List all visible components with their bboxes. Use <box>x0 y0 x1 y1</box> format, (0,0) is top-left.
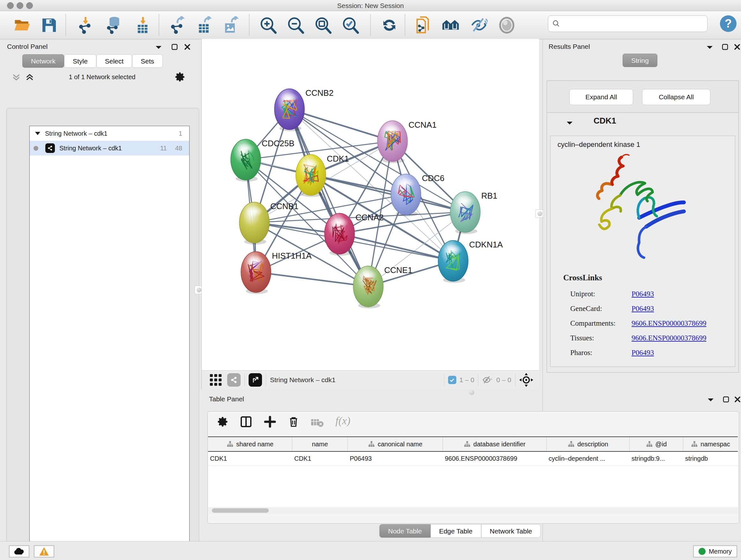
scrollbar-thumb[interactable] <box>212 508 269 513</box>
expand-all-button[interactable]: Expand All <box>569 89 633 105</box>
network-node[interactable]: CCNB2 <box>274 88 333 131</box>
search-input[interactable] <box>548 15 708 32</box>
detach-view-icon[interactable] <box>249 373 262 387</box>
tab-edge-table[interactable]: Edge Table <box>430 524 481 538</box>
hide-selected-icon[interactable] <box>470 16 488 34</box>
refresh-icon[interactable] <box>381 16 398 34</box>
import-network-icon[interactable] <box>77 16 94 34</box>
panel-collapse-icon[interactable] <box>707 397 714 402</box>
crosslink-value-link[interactable]: 9606.ENSP00000378699 <box>631 319 706 327</box>
tab-network[interactable]: Network <box>22 54 64 68</box>
crosslink-value-link[interactable]: P06493 <box>631 349 654 357</box>
save-session-icon[interactable] <box>40 16 58 34</box>
export-table-icon[interactable] <box>196 16 214 34</box>
crosslink-label: Pharos: <box>570 346 631 360</box>
panel-collapse-icon[interactable] <box>706 45 713 50</box>
cloud-icon <box>13 547 25 556</box>
column-header[interactable]: database identifier <box>443 437 547 451</box>
column-header[interactable]: name <box>292 437 348 451</box>
memory-button[interactable]: Memory <box>693 545 737 557</box>
panel-collapse-icon[interactable] <box>155 45 162 50</box>
export-network-icon[interactable] <box>169 16 186 34</box>
network-row-selected[interactable]: String Network – cdk1 11 48 <box>30 141 189 155</box>
sphere-icon[interactable] <box>498 16 516 34</box>
delete-column-icon[interactable] <box>287 415 300 428</box>
table-options-gear-icon[interactable] <box>217 416 229 428</box>
import-database-icon[interactable] <box>105 16 123 34</box>
network-node[interactable]: HIST1H1A <box>241 251 312 294</box>
column-header[interactable]: namespac <box>683 437 738 451</box>
collapse-all-icon[interactable] <box>11 73 21 82</box>
crosslink-value-link[interactable]: P06493 <box>631 305 654 313</box>
cell-database-identifier[interactable]: 9606.ENSP00000378699 <box>443 452 547 465</box>
gene-details: cyclin–dependent kinase 1 CrossL <box>550 136 735 367</box>
network-node[interactable]: CDKN1A <box>438 240 503 283</box>
expand-all-icon[interactable] <box>25 73 35 82</box>
tab-style[interactable]: Style <box>64 54 96 68</box>
fit-content-crosshair-icon[interactable] <box>519 373 533 387</box>
panel-close-icon[interactable] <box>734 44 741 51</box>
column-header[interactable]: description <box>547 437 630 451</box>
title-bar: Session: New Session <box>0 0 741 11</box>
zoom-in-icon[interactable] <box>259 16 277 34</box>
help-icon[interactable]: ? <box>720 15 737 32</box>
cloud-button[interactable] <box>9 545 29 557</box>
table-row[interactable]: CDK1 CDK1 P06493 9606.ENSP00000378699 cy… <box>208 452 738 465</box>
grid-view-icon[interactable] <box>209 373 223 387</box>
show-columns-icon[interactable] <box>240 415 253 428</box>
network-node[interactable]: CCNA1 <box>378 120 436 163</box>
column-header[interactable]: @id <box>630 437 683 451</box>
tab-node-table[interactable]: Node Table <box>380 524 430 538</box>
cell-description[interactable]: cyclin–dependent ... <box>547 452 630 465</box>
cell-name[interactable]: CDK1 <box>292 452 348 465</box>
cell-namespace[interactable]: stringdb <box>683 452 738 465</box>
panel-close-icon[interactable] <box>734 396 741 403</box>
panel-float-icon[interactable] <box>723 396 730 403</box>
network-node[interactable]: CCNB1 <box>239 201 298 245</box>
horizontal-scrollbar[interactable] <box>208 507 738 514</box>
network-collection-row[interactable]: String Network – cdk1 1 <box>30 126 189 141</box>
hidden-eye-icon[interactable] <box>482 375 493 384</box>
tab-network-table[interactable]: Network Table <box>481 524 541 538</box>
network-canvas[interactable]: CCNB2CCNA1CDC25BCDK1CDC6RB1CCNB1CCNA2CDK… <box>201 39 539 370</box>
crosslink-value-link[interactable]: P06493 <box>631 290 654 298</box>
network-node[interactable]: CDC25B <box>231 138 294 182</box>
cell-shared-name[interactable]: CDK1 <box>208 452 292 465</box>
file-share-icon[interactable] <box>415 16 433 34</box>
node-label: CDC6 <box>422 173 445 183</box>
cell-canonical-name[interactable]: P06493 <box>348 452 443 465</box>
cell-id[interactable]: stringdb:9... <box>630 452 683 465</box>
network-node[interactable]: RB1 <box>450 191 497 234</box>
gene-collapse-icon[interactable] <box>566 120 573 125</box>
panel-float-icon[interactable] <box>171 44 178 51</box>
warnings-button[interactable] <box>34 545 54 557</box>
export-image-icon[interactable] <box>222 16 240 34</box>
column-header[interactable]: shared name <box>208 437 292 451</box>
share-view-icon[interactable] <box>227 373 241 387</box>
panel-close-icon[interactable] <box>184 44 191 51</box>
collapse-all-button[interactable]: Collapse All <box>642 89 711 105</box>
tree-expand-icon[interactable] <box>35 131 41 136</box>
crosslinks-list: Uniprot:P06493 GeneCard:P06493 Compartme… <box>570 287 730 360</box>
tab-sets[interactable]: Sets <box>132 54 163 68</box>
open-session-icon[interactable] <box>13 16 31 34</box>
import-table-icon[interactable] <box>134 16 152 34</box>
panel-float-icon[interactable] <box>722 44 729 51</box>
network-node[interactable]: CCNE1 <box>353 265 412 308</box>
network-options-gear-icon[interactable] <box>175 71 186 82</box>
crosslink-value-link[interactable]: 9606.ENSP00000378699 <box>631 334 706 342</box>
zoom-fit-icon[interactable] <box>314 16 332 34</box>
network-graph[interactable]: CCNB2CCNA1CDC25BCDK1CDC6RB1CCNB1CCNA2CDK… <box>202 39 539 370</box>
tab-select[interactable]: Select <box>96 54 132 68</box>
zoom-selected-icon[interactable] <box>341 16 359 34</box>
delete-table-icon <box>311 418 324 428</box>
tab-string-results[interactable]: String <box>623 54 657 67</box>
column-header[interactable]: canonical name <box>348 437 443 451</box>
selected-counts: 1 – 0 <box>460 376 475 384</box>
network-node-count: 11 <box>160 145 167 152</box>
toolbar-separator <box>405 14 405 36</box>
selected-checkbox-icon[interactable] <box>448 376 456 384</box>
zoom-out-icon[interactable] <box>286 16 305 34</box>
first-neighbors-icon[interactable] <box>442 16 460 34</box>
add-column-icon[interactable] <box>264 415 276 428</box>
